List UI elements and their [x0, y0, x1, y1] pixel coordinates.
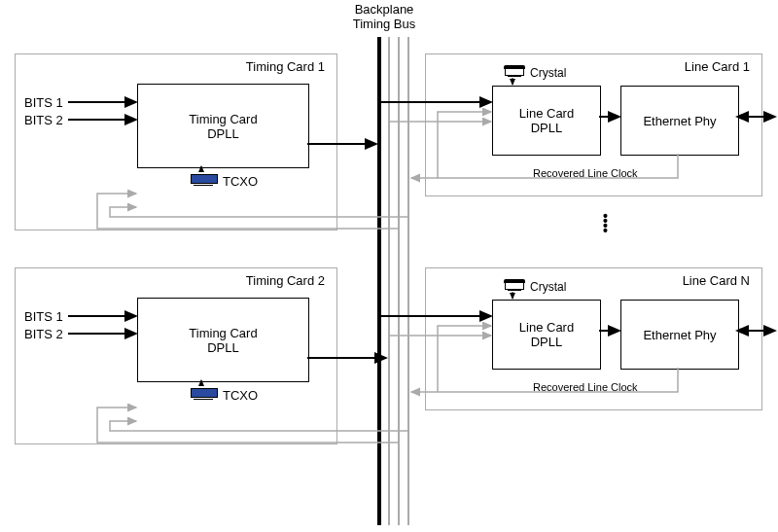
connectors: [0, 0, 778, 532]
